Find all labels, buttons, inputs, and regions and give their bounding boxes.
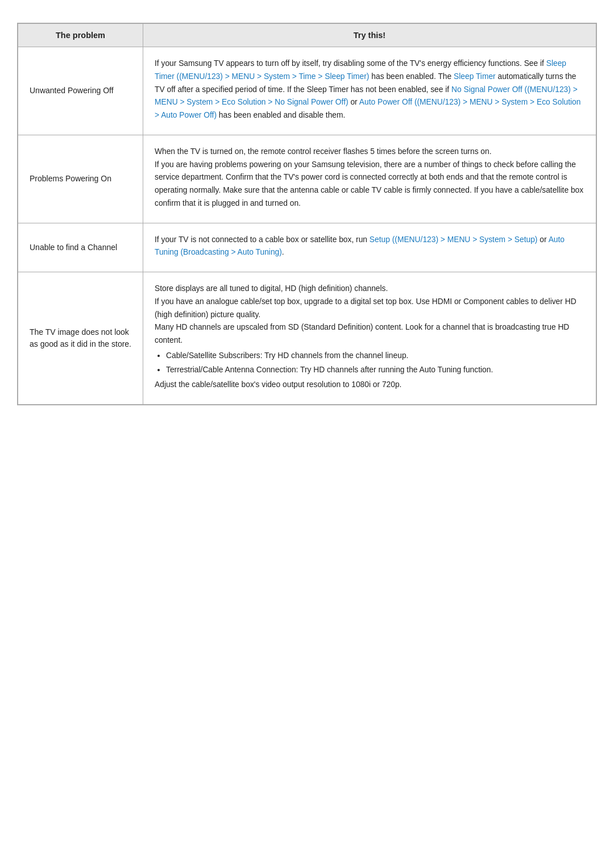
table-row: The TV image does not look as good as it… [18, 272, 596, 405]
solution-text: When the TV is turned on, the remote con… [155, 146, 584, 210]
solution-cell: If your TV is not connected to a cable b… [143, 223, 596, 272]
highlight-text: Sleep Timer ((MENU/123) > MENU > System … [155, 59, 566, 81]
solution-cell: If your Samsung TV appears to turn off b… [143, 47, 596, 135]
table-row: Unwanted Powering OffIf your Samsung TV … [18, 47, 596, 135]
solution-cell: Store displays are all tuned to digital,… [143, 272, 596, 405]
col-problem-header: The problem [18, 24, 143, 47]
bullet-list: Cable/Satellite Subscribers: Try HD chan… [166, 350, 584, 377]
problem-cell: Unwanted Powering Off [18, 47, 143, 135]
list-item: Cable/Satellite Subscribers: Try HD chan… [166, 350, 584, 363]
highlight-text: Sleep Timer [454, 72, 496, 81]
solution-mixed-text: If your TV is not connected to a cable b… [155, 234, 584, 260]
list-item: Terrestrial/Cable Antenna Connection: Tr… [166, 364, 584, 377]
solution-mixed-text: If your Samsung TV appears to turn off b… [155, 57, 584, 122]
solution-cell: When the TV is turned on, the remote con… [143, 135, 596, 223]
highlight-text: Setup ((MENU/123) > MENU > System > Setu… [370, 235, 538, 244]
solution-text: Adjust the cable/satellite box's video o… [155, 379, 584, 392]
table-row: Problems Powering OnWhen the TV is turne… [18, 135, 596, 223]
solution-text: Store displays are all tuned to digital,… [155, 283, 584, 347]
problem-cell: Unable to find a Channel [18, 223, 143, 272]
problem-cell: Problems Powering On [18, 135, 143, 223]
col-solution-header: Try this! [143, 24, 596, 47]
problem-cell: The TV image does not look as good as it… [18, 272, 143, 405]
table-row: Unable to find a ChannelIf your TV is no… [18, 223, 596, 272]
troubleshooting-table: The problem Try this! Unwanted Powering … [17, 23, 597, 405]
